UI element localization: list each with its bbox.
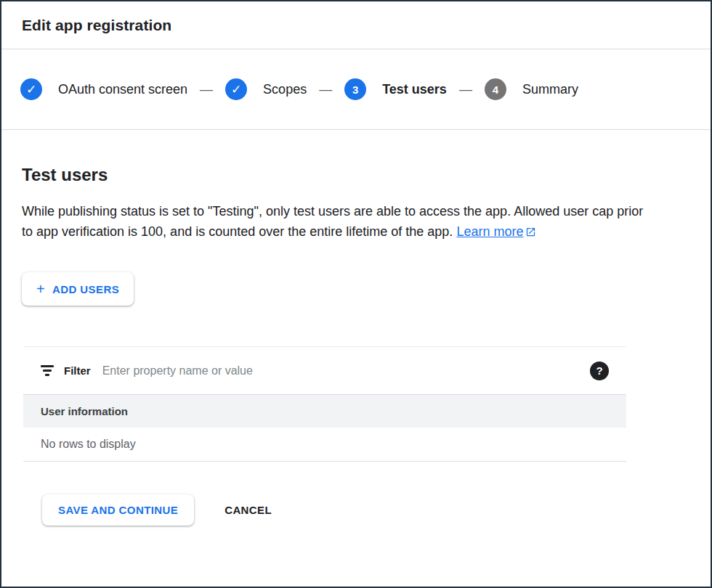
- step-done-check-icon: ✓: [225, 78, 247, 100]
- step-done-check-icon: ✓: [20, 78, 42, 100]
- step-oauth-consent-screen[interactable]: ✓ OAuth consent screen: [20, 78, 187, 100]
- step-summary[interactable]: 4 Summary: [485, 78, 578, 100]
- step-number-icon: 4: [485, 78, 506, 100]
- step-separator: —: [459, 82, 472, 97]
- step-separator: —: [200, 82, 213, 97]
- step-label-scopes: Scopes: [263, 82, 307, 97]
- edit-app-registration-window: Edit app registration ✓ OAuth consent sc…: [0, 0, 712, 588]
- page-header: Edit app registration: [1, 1, 711, 49]
- section-heading: Test users: [22, 165, 690, 185]
- main-content: Test users While publishing status is se…: [1, 130, 711, 526]
- step-label-test-users: Test users: [382, 82, 447, 97]
- add-users-button[interactable]: + ADD USERS: [22, 272, 134, 306]
- step-number-icon: 3: [344, 78, 366, 100]
- page-title: Edit app registration: [22, 17, 171, 34]
- test-users-table: Filter ? User information No rows to dis…: [23, 346, 626, 462]
- wizard-stepper: ✓ OAuth consent screen — ✓ Scopes — 3 Te…: [1, 49, 711, 130]
- plus-icon: +: [36, 282, 45, 296]
- filter-label: Filter: [64, 364, 91, 377]
- filter-input[interactable]: [102, 364, 590, 377]
- table-column-header: User information: [23, 395, 626, 428]
- step-label-summary: Summary: [522, 82, 578, 97]
- step-test-users[interactable]: 3 Test users: [344, 78, 447, 100]
- external-link-icon: [525, 226, 536, 237]
- description-text: While publishing status is set to "Testi…: [22, 204, 643, 239]
- save-and-continue-button[interactable]: SAVE AND CONTINUE: [42, 494, 194, 526]
- footer-actions: SAVE AND CONTINUE CANCEL: [22, 494, 690, 526]
- filter-bar: Filter ?: [23, 347, 626, 395]
- filter-icon: [41, 365, 54, 376]
- step-separator: —: [319, 82, 332, 97]
- learn-more-link[interactable]: Learn more: [456, 224, 536, 239]
- section-description: While publishing status is set to "Testi…: [22, 201, 644, 242]
- step-scopes[interactable]: ✓ Scopes: [225, 78, 307, 100]
- cancel-button[interactable]: CANCEL: [224, 504, 272, 516]
- step-label-oauth-consent-screen: OAuth consent screen: [58, 82, 187, 97]
- help-icon[interactable]: ?: [590, 362, 609, 380]
- table-empty-row: No rows to display: [23, 428, 626, 462]
